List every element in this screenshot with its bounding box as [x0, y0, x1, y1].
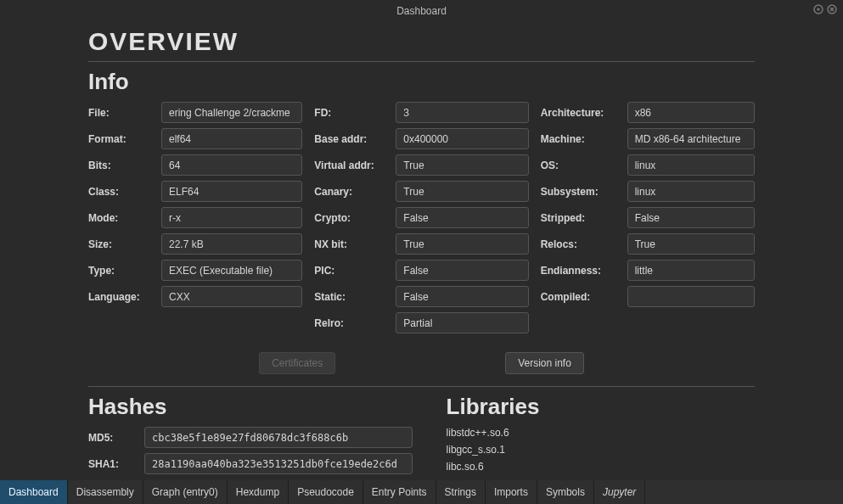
version-info-button[interactable]: Version info: [505, 352, 584, 374]
info-value-crypto[interactable]: False: [396, 207, 528, 228]
info-row-nxbit: NX bit:True: [314, 233, 528, 255]
close-icon[interactable]: [826, 3, 838, 15]
detach-icon[interactable]: [812, 3, 824, 15]
info-value-stripped[interactable]: False: [627, 207, 755, 228]
info-label: PIC:: [314, 265, 396, 277]
info-label: Format:: [88, 133, 161, 145]
info-label: Architecture:: [541, 107, 627, 119]
info-row-class: Class:ELF64: [88, 181, 302, 202]
info-col-3: Architecture:x86 Machine:MD x86-64 archi…: [541, 102, 755, 339]
info-label: Virtual addr:: [314, 160, 396, 171]
info-value-format[interactable]: elf64: [161, 128, 302, 149]
info-value-pic[interactable]: False: [396, 260, 528, 281]
info-value-arch[interactable]: x86: [627, 102, 755, 123]
info-row-size: Size:22.7 kB: [88, 233, 302, 255]
info-label: Class:: [88, 186, 161, 198]
info-value-file[interactable]: ering Challenge 2/crackme: [161, 102, 302, 123]
info-value-nxbit[interactable]: True: [396, 233, 528, 255]
info-col-2: FD:3 Base addr:0x400000 Virtual addr:Tru…: [314, 102, 528, 339]
info-label: Endianness:: [541, 265, 627, 277]
window-controls: [812, 3, 838, 15]
info-row-compiled: Compiled:: [541, 286, 755, 307]
info-label: Canary:: [314, 186, 396, 198]
info-label: Mode:: [88, 212, 161, 224]
info-value-language[interactable]: CXX: [161, 286, 302, 307]
info-value-subsystem[interactable]: linux: [627, 181, 755, 202]
hash-row-sha1: SHA1: 28a1190aa040ba323e3513251db0fce19e…: [88, 453, 413, 474]
info-value-fd[interactable]: 3: [396, 102, 528, 123]
hash-row-md5: MD5: cbc38e5f1e89e27fd80678dc3f688c6b: [88, 427, 413, 448]
tab-hexdump[interactable]: Hexdump: [228, 480, 289, 504]
info-row-format: Format:elf64: [88, 128, 302, 149]
tab-disassembly[interactable]: Disassembly: [68, 480, 143, 504]
hashes-heading: Hashes: [88, 394, 413, 420]
info-value-machine[interactable]: MD x86-64 architecture: [627, 128, 755, 149]
info-label: Subsystem:: [541, 186, 627, 198]
tab-jupyter[interactable]: Jupyter: [594, 480, 645, 504]
info-row-type: Type:EXEC (Executable file): [88, 260, 302, 281]
info-col-1: File:ering Challenge 2/crackme Format:el…: [88, 102, 302, 339]
info-value-mode[interactable]: r-x: [161, 207, 302, 228]
info-row-canary: Canary:True: [314, 181, 528, 202]
tab-strings[interactable]: Strings: [436, 480, 486, 504]
info-value-relro[interactable]: Partial: [396, 312, 528, 333]
divider: [88, 386, 755, 387]
info-row-stripped: Stripped:False: [541, 207, 755, 228]
certificates-button: Certificates: [259, 352, 335, 374]
page-title: OVERVIEW: [88, 27, 755, 56]
library-item: libc.so.6: [447, 461, 755, 473]
info-value-virtaddr[interactable]: True: [396, 154, 528, 176]
info-row-fd: FD:3: [314, 102, 528, 123]
info-value-bits[interactable]: 64: [161, 154, 302, 176]
info-value-compiled[interactable]: [627, 286, 755, 307]
info-value-baseaddr[interactable]: 0x400000: [396, 128, 528, 149]
info-row-mode: Mode:r-x: [88, 207, 302, 228]
library-item: libgcc_s.so.1: [447, 444, 755, 456]
tab-symbols[interactable]: Symbols: [537, 480, 594, 504]
info-label: Bits:: [88, 160, 161, 171]
info-label: Relocs:: [541, 238, 627, 250]
tab-bar: Dashboard Disassembly Graph (entry0) Hex…: [0, 480, 843, 504]
info-row-subsystem: Subsystem:linux: [541, 181, 755, 202]
hash-value-sha1[interactable]: 28a1190aa040ba323e3513251db0fce19ede2c6d: [144, 453, 413, 474]
info-row-bits: Bits:64: [88, 154, 302, 176]
info-label: Stripped:: [541, 212, 627, 224]
main-content: OVERVIEW Info File:ering Challenge 2/cra…: [0, 22, 843, 496]
info-columns: File:ering Challenge 2/crackme Format:el…: [88, 102, 755, 339]
divider: [88, 61, 755, 62]
info-value-static[interactable]: False: [396, 286, 528, 307]
info-row-relro: Relro:Partial: [314, 312, 528, 333]
tab-graph[interactable]: Graph (entry0): [143, 480, 228, 504]
info-value-type[interactable]: EXEC (Executable file): [161, 260, 302, 281]
window-title: Dashboard: [396, 5, 447, 17]
info-label: Type:: [88, 265, 161, 277]
info-value-relocs[interactable]: True: [627, 233, 755, 255]
info-label: Compiled:: [541, 291, 627, 303]
info-label: FD:: [314, 107, 396, 119]
tab-imports[interactable]: Imports: [486, 480, 537, 504]
info-value-size[interactable]: 22.7 kB: [161, 233, 302, 255]
info-row-relocs: Relocs:True: [541, 233, 755, 255]
info-label: Machine:: [541, 133, 627, 145]
info-label: Size:: [88, 238, 161, 250]
info-label: NX bit:: [314, 238, 396, 250]
info-row-virtaddr: Virtual addr:True: [314, 154, 528, 176]
svg-point-1: [817, 8, 819, 10]
info-row-endian: Endianness:little: [541, 260, 755, 281]
hash-label: MD5:: [88, 432, 144, 444]
info-row-baseaddr: Base addr:0x400000: [314, 128, 528, 149]
info-label: Language:: [88, 291, 161, 303]
info-heading: Info: [88, 69, 755, 95]
info-value-os[interactable]: linux: [627, 154, 755, 176]
hash-value-md5[interactable]: cbc38e5f1e89e27fd80678dc3f688c6b: [144, 427, 413, 448]
info-value-endian[interactable]: little: [627, 260, 755, 281]
info-label: Relro:: [314, 317, 396, 329]
tab-dashboard[interactable]: Dashboard: [0, 480, 68, 504]
info-value-class[interactable]: ELF64: [161, 181, 302, 202]
info-value-canary[interactable]: True: [396, 181, 528, 202]
info-row-static: Static:False: [314, 286, 528, 307]
libraries-heading: Libraries: [447, 394, 755, 420]
info-row-file: File:ering Challenge 2/crackme: [88, 102, 302, 123]
tab-entry-points[interactable]: Entry Points: [363, 480, 436, 504]
tab-pseudocode[interactable]: Pseudocode: [289, 480, 363, 504]
